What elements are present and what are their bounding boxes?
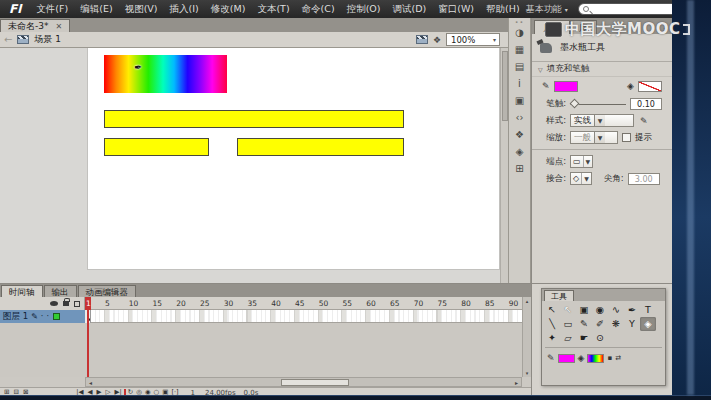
stroke-color-chip[interactable] bbox=[558, 354, 575, 363]
align-panel-icon[interactable]: ▤ bbox=[510, 58, 529, 75]
menu-item[interactable]: 调试(D) bbox=[387, 3, 433, 16]
stroke-style-select[interactable]: 实线 ▼ bbox=[570, 114, 634, 127]
windows-taskbar[interactable] bbox=[0, 395, 711, 400]
info-panel-icon[interactable]: i bbox=[510, 75, 529, 92]
slider-thumb[interactable] bbox=[570, 98, 580, 108]
project-panel-icon[interactable]: ⊞ bbox=[510, 160, 529, 177]
layer-name-cell[interactable]: 图层 1 ✎ · · bbox=[0, 310, 85, 323]
outline-icon[interactable] bbox=[74, 301, 80, 307]
code-snippets-panel-icon[interactable]: ‹› bbox=[510, 109, 529, 126]
deco-tool[interactable]: ❋ bbox=[608, 317, 624, 331]
ink-bottle-icon bbox=[540, 43, 552, 53]
scene-clapper-icon bbox=[17, 35, 29, 44]
menu-item[interactable]: 视图(V) bbox=[119, 3, 164, 16]
3d-rotation-tool[interactable]: ◉ bbox=[592, 303, 608, 317]
back-arrow-icon[interactable]: ← bbox=[4, 34, 12, 45]
edit-stroke-style-button[interactable]: ✎ bbox=[640, 116, 648, 126]
scroll-right-arrow[interactable]: ▸ bbox=[512, 379, 521, 386]
frames-grid[interactable] bbox=[85, 310, 522, 323]
hand-tool[interactable]: ☛ bbox=[576, 331, 592, 345]
tools-panel-tab[interactable]: 工具 bbox=[544, 290, 574, 301]
swap-colors-button[interactable]: ⇄ bbox=[615, 354, 621, 362]
panel-tab[interactable]: 库 bbox=[570, 20, 597, 34]
timeline-tab[interactable]: 输出 bbox=[44, 285, 77, 297]
tools-panel-titlebar[interactable]: 工具 bbox=[542, 289, 665, 301]
outline-color-swatch[interactable] bbox=[53, 313, 60, 320]
transform-panel-icon[interactable]: ▣ bbox=[510, 92, 529, 109]
document-tab[interactable]: 未命名-3* ✕ bbox=[0, 19, 70, 32]
menu-item[interactable]: 窗口(W) bbox=[432, 3, 480, 16]
selection-tool[interactable]: ↖ bbox=[544, 303, 560, 317]
fill-color-swatch[interactable] bbox=[638, 81, 662, 92]
scroll-left-arrow[interactable]: ◂ bbox=[86, 379, 95, 386]
hinting-label: 提示 bbox=[635, 132, 652, 144]
zoom-tool[interactable]: ⊙ bbox=[592, 331, 608, 345]
timeline-tab[interactable]: 动画编辑器 bbox=[78, 285, 137, 297]
brush-tool[interactable]: ✐ bbox=[592, 317, 608, 331]
hinting-checkbox[interactable] bbox=[622, 133, 631, 142]
text-tool[interactable]: T bbox=[640, 303, 656, 317]
swatches-panel-icon[interactable]: ▦ bbox=[510, 41, 529, 58]
yellow-rectangle-long[interactable] bbox=[104, 110, 404, 128]
edit-scene-button[interactable] bbox=[416, 35, 428, 44]
edit-symbols-button[interactable]: ❖ bbox=[433, 35, 441, 45]
scrollbar-thumb[interactable] bbox=[281, 379, 349, 386]
menu-item[interactable]: 文件(F) bbox=[30, 3, 74, 16]
close-icon[interactable]: ✕ bbox=[55, 22, 62, 31]
frame-number: 35 bbox=[248, 299, 258, 308]
subselection-tool[interactable]: ↖ bbox=[560, 303, 576, 317]
frame-number: 15 bbox=[153, 299, 163, 308]
cap-style-button[interactable]: ▭ ▼ bbox=[570, 155, 593, 168]
miter-value[interactable]: 3.00 bbox=[628, 173, 660, 185]
stroke-weight-slider[interactable] bbox=[570, 98, 626, 110]
gradient-rectangle[interactable]: ✒ bbox=[104, 55, 227, 93]
zoom-level-select[interactable]: 100% ▾ bbox=[446, 33, 500, 46]
stroke-scale-select[interactable]: 一般 ▼ bbox=[570, 131, 618, 144]
timeline-tab[interactable]: 时间轴 bbox=[1, 285, 43, 297]
bone-tool[interactable]: Y bbox=[624, 317, 640, 331]
timeline-vertical-scrollbar[interactable]: ▴▾ bbox=[522, 297, 531, 377]
eyedropper-tool[interactable]: ✦ bbox=[544, 331, 560, 345]
panel-tab[interactable]: 属性 bbox=[534, 20, 570, 34]
menu-item[interactable]: 控制(O) bbox=[341, 3, 387, 16]
show-hide-icon[interactable] bbox=[50, 301, 58, 306]
lock-dot[interactable]: · bbox=[46, 312, 49, 321]
ink-bottle-tool[interactable]: ◈ bbox=[640, 317, 656, 331]
menu-item[interactable]: 插入(I) bbox=[164, 3, 205, 16]
pen-tool[interactable]: ✒ bbox=[624, 303, 640, 317]
menu-item[interactable]: 修改(M) bbox=[205, 3, 252, 16]
frame-number: 1 bbox=[86, 299, 91, 308]
visibility-dot[interactable]: · bbox=[41, 312, 44, 321]
menu-item[interactable]: 文本(T) bbox=[251, 3, 295, 16]
line-tool[interactable]: ╲ bbox=[544, 317, 560, 331]
scroll-up-arrow[interactable]: ▴ bbox=[526, 298, 529, 304]
workspace-switcher[interactable]: 基本功能▾ bbox=[526, 3, 568, 16]
timeline-horizontal-scrollbar[interactable]: ◂ ▸ bbox=[85, 377, 522, 387]
components-panel-icon[interactable]: ❖ bbox=[510, 126, 529, 143]
desktop-background bbox=[672, 0, 711, 395]
stage-vertical-scrollbar[interactable] bbox=[500, 48, 508, 283]
menu-item[interactable]: 帮助(H) bbox=[480, 3, 526, 16]
layer-name: 图层 1 bbox=[3, 311, 28, 323]
lasso-tool[interactable]: ∿ bbox=[608, 303, 624, 317]
panel-collapse-button[interactable]: » bbox=[659, 25, 672, 34]
yellow-rectangle-left[interactable] bbox=[104, 138, 209, 156]
fill-stroke-section-header[interactable]: ▽ 填充和笔触 bbox=[532, 62, 672, 77]
pencil-tool[interactable]: ✎ bbox=[576, 317, 592, 331]
menu-item[interactable]: 命令(C) bbox=[296, 3, 341, 16]
rectangle-tool[interactable]: ▭ bbox=[560, 317, 576, 331]
join-style-button[interactable]: ◇ ▼ bbox=[570, 172, 592, 185]
lock-icon[interactable] bbox=[63, 301, 69, 306]
menu-item[interactable]: 编辑(E) bbox=[74, 3, 118, 16]
default-colors-button[interactable]: ▪ bbox=[607, 354, 612, 362]
active-tool-row: 墨水瓶工具 bbox=[532, 34, 672, 62]
color-panel-icon[interactable]: ◑ bbox=[510, 24, 529, 41]
yellow-rectangle-right[interactable] bbox=[237, 138, 404, 156]
free-transform-tool[interactable]: ▣ bbox=[576, 303, 592, 317]
scroll-down-arrow[interactable]: ▾ bbox=[526, 370, 529, 376]
stroke-color-swatch[interactable] bbox=[554, 81, 578, 92]
fill-color-chip[interactable] bbox=[587, 354, 604, 363]
stroke-weight-value[interactable]: 0.10 bbox=[630, 98, 662, 110]
motion-presets-panel-icon[interactable]: ◈ bbox=[510, 143, 529, 160]
eraser-tool[interactable]: ▱ bbox=[560, 331, 576, 345]
